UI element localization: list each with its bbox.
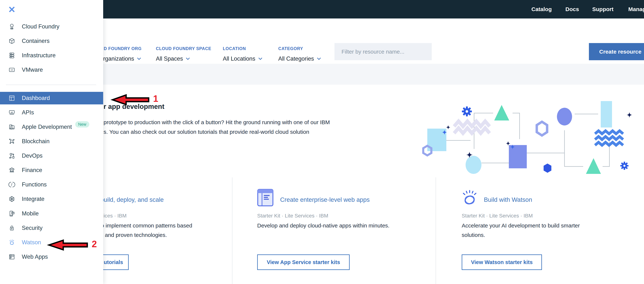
resource-filter-input[interactable] xyxy=(334,43,432,60)
svg-text:api: api xyxy=(11,111,13,113)
chevron-down-icon xyxy=(258,57,262,60)
rect-periwinkle xyxy=(509,145,527,168)
nav-manage[interactable]: Manage xyxy=(628,0,644,18)
card2-meta: Starter Kit · Lite Services · IBM xyxy=(257,213,328,219)
blockchain-icon xyxy=(8,137,16,145)
card1-body-line2: s and proven technologies. xyxy=(100,232,167,238)
card1-body-line1: o implement common patterns based xyxy=(101,223,192,229)
triangle-teal xyxy=(586,158,601,174)
card3-body-line1: Accelerate your AI development to build … xyxy=(462,223,580,229)
web-apps-icon xyxy=(8,253,16,261)
watson-card-icon xyxy=(462,189,478,206)
sidebar-item-blockchain[interactable]: Blockchain xyxy=(0,135,103,148)
view-watson-starter-kits-button[interactable]: View Watson starter kits xyxy=(462,255,542,270)
hexagon-outline xyxy=(537,122,547,135)
nav-catalog[interactable]: Catalog xyxy=(532,0,552,18)
filter-category-value: All Categories xyxy=(278,55,314,62)
filter-org-label: D FOUNDRY ORG xyxy=(104,46,142,51)
containers-icon xyxy=(8,37,16,45)
sidebar-item-dashboard[interactable]: Dashboard xyxy=(0,92,103,104)
nav-support[interactable]: Support xyxy=(592,0,614,18)
card1-title-link[interactable]: build, deploy, and scale xyxy=(100,196,164,203)
sidebar-divider xyxy=(6,85,96,85)
sidebar-item-web-apps[interactable]: Web Apps xyxy=(0,251,103,263)
sidebar-item-functions[interactable]: ƒ Functions xyxy=(0,178,103,191)
chevron-down-icon xyxy=(137,57,141,60)
finance-icon xyxy=(8,166,16,174)
functions-icon: ƒ xyxy=(8,181,16,189)
gear-icon xyxy=(462,106,472,116)
new-badge: New xyxy=(75,121,89,127)
sidebar-item-apis[interactable]: api APIs xyxy=(0,106,103,119)
apis-icon: api xyxy=(8,108,16,117)
devops-icon xyxy=(8,152,16,160)
apple-development-icon xyxy=(8,123,16,131)
ellipse-lightblue xyxy=(466,156,482,174)
sparkle-navy xyxy=(506,141,510,146)
rect-lightblue xyxy=(601,101,612,127)
close-icon[interactable] xyxy=(8,6,16,13)
cloud-foundry-icon xyxy=(8,22,16,31)
annotation-arrow-1 xyxy=(112,94,149,105)
filter-space-label: CLOUD FOUNDRY SPACE xyxy=(156,46,211,51)
zigzag-lavender xyxy=(454,121,490,133)
sidebar-item-devops[interactable]: DevOps xyxy=(0,149,103,162)
svg-text:ƒ: ƒ xyxy=(11,183,13,186)
sidebar-item-security[interactable]: Security xyxy=(0,222,103,234)
filter-space-select[interactable]: All Spaces xyxy=(156,55,190,62)
card3-title-link[interactable]: Build with Watson xyxy=(484,196,532,203)
annotation-arrow-2 xyxy=(48,240,88,251)
dashboard-icon xyxy=(8,94,16,102)
filter-location-value: All Locations xyxy=(223,55,255,62)
card3-body-line2: solutions. xyxy=(462,232,485,238)
integrate-icon xyxy=(8,195,16,203)
card-divider xyxy=(436,177,436,284)
sidebar-item-vmware[interactable]: vm VMware xyxy=(0,63,103,76)
chevron-down-icon xyxy=(186,57,190,60)
create-resource-button[interactable]: Create resource xyxy=(589,43,644,60)
sparkle-navy xyxy=(446,125,450,130)
sidebar-item-containers[interactable]: Containers xyxy=(0,35,103,47)
sidebar-item-integrate[interactable]: Integrate xyxy=(0,193,103,205)
hero-paragraph-line1: prototype to production with the click o… xyxy=(104,119,330,125)
card2-body-line1: Develop and deploy cloud-native apps wit… xyxy=(257,223,390,229)
triangle-teal xyxy=(494,105,509,120)
card-divider xyxy=(232,177,232,284)
circle-periwinkle xyxy=(557,108,572,125)
card2-title-link[interactable]: Create enterprise-level web apps xyxy=(280,196,370,203)
zigzag-blue xyxy=(595,131,623,145)
filter-location-label: LOCATION xyxy=(223,46,246,51)
filter-category-label: CATEGORY xyxy=(278,46,303,51)
annotation-number-1: 1 xyxy=(153,93,158,104)
security-icon xyxy=(8,224,16,232)
watson-icon xyxy=(8,238,16,247)
sidebar-item-apple-development[interactable]: Apple Development New xyxy=(0,121,103,133)
hero-illustration xyxy=(420,93,638,176)
web-app-card-icon xyxy=(257,189,274,206)
sidebar-item-finance[interactable]: Finance xyxy=(0,164,103,176)
mobile-icon xyxy=(8,210,16,218)
nav-docs[interactable]: Docs xyxy=(566,0,579,18)
vmware-icon: vm xyxy=(8,66,16,74)
svg-text:vm: vm xyxy=(10,69,13,71)
view-app-service-starter-kits-button[interactable]: View App Service starter kits xyxy=(257,255,350,270)
filter-space-value: All Spaces xyxy=(156,55,183,62)
filter-org-select[interactable]: rganizations xyxy=(103,55,141,62)
hexagon-blue xyxy=(544,164,551,173)
card3-meta: Starter Kit · Lite Services · IBM xyxy=(462,213,533,219)
filter-category-select[interactable]: All Categories xyxy=(278,55,321,62)
hero-paragraph-line2: s. You can also check out our solution t… xyxy=(104,129,309,135)
filter-org-value: rganizations xyxy=(103,55,134,62)
sidebar-item-cloud-foundry[interactable]: Cloud Foundry xyxy=(0,20,103,33)
sidebar-item-infrastructure[interactable]: Infrastructure xyxy=(0,49,103,62)
sidebar-item-mobile[interactable]: Mobile xyxy=(0,207,103,220)
gear-icon xyxy=(620,162,628,170)
card1-meta: ices · IBM xyxy=(104,213,126,219)
chevron-down-icon xyxy=(317,57,321,60)
sparkle-navy xyxy=(626,112,632,118)
infrastructure-icon xyxy=(8,51,16,59)
annotation-number-2: 2 xyxy=(92,239,97,250)
ibm-cloud-dashboard-screen: Catalog Docs Support Manage D FOUNDRY OR… xyxy=(0,0,644,284)
filter-location-select[interactable]: All Locations xyxy=(223,55,262,62)
